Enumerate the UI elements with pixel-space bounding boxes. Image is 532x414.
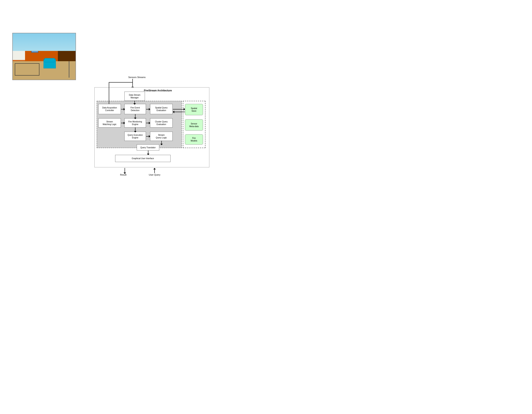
arch-title: FireStream Architecture: [144, 89, 172, 92]
arrowhead-fire-spatial: [149, 108, 150, 110]
user-query-label: User Query: [149, 173, 160, 176]
fire-monitoring-label: Fire MonitoringEngine: [128, 120, 142, 126]
scene-image: [12, 33, 76, 80]
arrowhead-qtrans-gui: [147, 154, 149, 155]
user-query-arrowhead: [153, 168, 156, 169]
cluster-query-eval-box: Cluster QueryEvaluation: [150, 118, 173, 127]
outer-box: FireStream Architecture Data StreamManag…: [95, 87, 209, 167]
data-acquisition-box: Data AcquisitionController: [98, 104, 121, 114]
fire-models-label: FireModels: [191, 137, 197, 142]
sensors-label: Sensors Streams: [128, 76, 145, 78]
arrow-store-spatial: [173, 112, 185, 112]
fire-event-detection-label: Fire EventDetection: [131, 106, 140, 112]
gui-box: Graphical User Interface: [115, 155, 171, 162]
sensor-metadata-label: SensorMeta-data: [189, 122, 199, 128]
sensor-metadata-box: SensorMeta-data: [185, 119, 203, 131]
stream-query-logic-box: StreamQuery Logic: [150, 132, 173, 141]
arrowhead-streamq-qtrans: [160, 144, 163, 145]
spatial-query-eval-box: Spatial QueryEvaluation: [150, 104, 173, 114]
stream-matching-label: StreamMatching Logic: [103, 120, 116, 126]
sensors-main-arrow: [132, 79, 133, 87]
spatial-store-label: SpatialStore: [191, 107, 197, 112]
arrowhead-acq-fire: [124, 108, 125, 110]
arrowhead-monitoring-qexec: [134, 131, 136, 133]
arrow-spatial-store: [173, 109, 185, 109]
fire-models-box: FireModels: [185, 134, 203, 144]
data-stream-manager-label: Data StreamManager: [129, 94, 140, 99]
data-acquisition-label: Data AcquisitionController: [102, 106, 117, 112]
stream-matching-box: StreamMatching Logic: [98, 118, 121, 127]
arrowhead-event-monitoring-v: [134, 118, 136, 119]
query-execution-label: Query ExecutionEngine: [128, 134, 143, 139]
query-execution-box: Query ExecutionEngine: [124, 132, 146, 141]
arrowhead-spatial-store: [184, 108, 185, 110]
arrowhead-stream-fire: [124, 122, 125, 124]
result-arrowhead: [124, 173, 126, 174]
arrowhead-qexec-streamq: [149, 135, 150, 138]
spatial-query-eval-label: Spatial QueryEvaluation: [155, 106, 168, 112]
arrowhead-store-spatial: [173, 111, 174, 113]
gui-label: Graphical User Interface: [132, 157, 154, 160]
stream-query-logic-label: StreamQuery Logic: [156, 134, 167, 139]
cluster-query-eval-label: Cluster QueryEvaluation: [155, 120, 168, 126]
data-stream-manager-box: Data StreamManager: [124, 92, 145, 101]
query-translator-label: Query Translator: [140, 146, 156, 149]
dsm-down-arrowhead: [133, 103, 136, 105]
dsm-left-branch-h: [109, 82, 133, 83]
spatial-store-box: SpatialStore: [185, 104, 203, 115]
query-translator-box: Query Translator: [137, 144, 159, 151]
arrowhead-monitoring-cluster: [149, 122, 150, 124]
fire-event-detection-box: Fire EventDetection: [124, 104, 146, 114]
fire-monitoring-box: Fire MonitoringEngine: [124, 118, 146, 127]
